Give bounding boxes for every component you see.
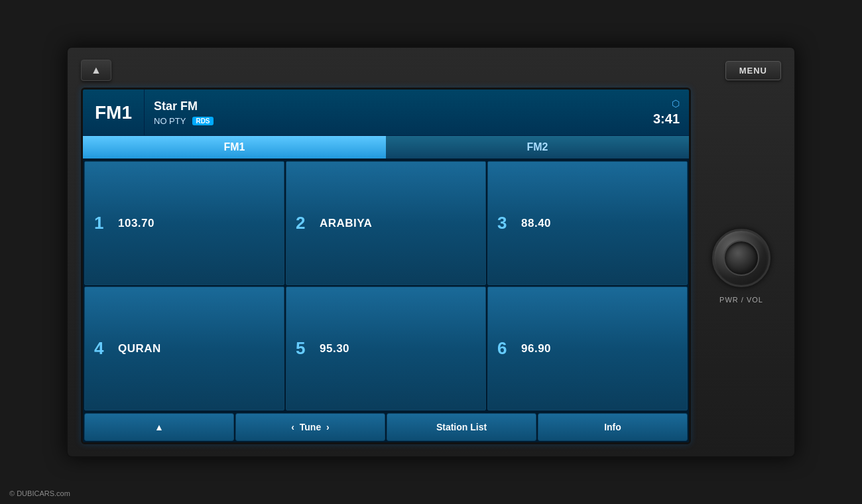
preset-6-value: 96.90 <box>521 342 551 355</box>
pwr-vol-label: PWR / VOL <box>719 296 763 304</box>
bottom-controls: ▲ ‹ Tune › Station List Info <box>83 412 689 442</box>
preset-2[interactable]: 2 ARABIYA <box>286 161 486 285</box>
pty-row: NO PTY RDS <box>154 116 635 126</box>
preset-3[interactable]: 3 88.40 <box>487 161 688 285</box>
station-info: Star FM NO PTY RDS <box>145 90 644 135</box>
tab-fm2[interactable]: FM2 <box>386 136 689 158</box>
preset-4-value: QURAN <box>118 342 161 355</box>
preset-3-value: 88.40 <box>521 217 551 230</box>
tune-button[interactable]: ‹ Tune › <box>235 413 385 441</box>
band-tabs: FM1 FM2 <box>83 136 689 160</box>
station-name: Star FM <box>154 99 635 113</box>
main-area: FM1 Star FM NO PTY RDS ⬡ 3:41 FM1 FM2 <box>81 88 781 444</box>
preset-4-number: 4 <box>94 338 110 359</box>
knob-inner <box>723 240 759 276</box>
tab-fm1[interactable]: FM1 <box>83 136 386 158</box>
preset-2-value: ARABIYA <box>320 217 372 230</box>
top-bar: ▲ MENU <box>81 60 781 81</box>
preset-1-value: 103.70 <box>118 217 154 230</box>
fm-band-label: FM1 <box>83 90 145 135</box>
bluetooth-icon: ⬡ <box>672 98 680 109</box>
eject-button[interactable]: ▲ <box>81 60 111 81</box>
knob-container[interactable] <box>711 228 771 288</box>
preset-1-number: 1 <box>94 213 110 233</box>
preset-4[interactable]: 4 QURAN <box>84 286 284 410</box>
rds-badge: RDS <box>192 117 213 125</box>
header-right: ⬡ 3:41 <box>644 90 689 135</box>
preset-5-number: 5 <box>296 338 312 359</box>
volume-knob[interactable] <box>712 229 770 287</box>
preset-6[interactable]: 6 96.90 <box>487 286 688 410</box>
preset-2-number: 2 <box>296 213 312 233</box>
presets-grid: 1 103.70 2 ARABIYA 3 88.40 4 QURAN 5 9 <box>83 160 689 412</box>
screen-header: FM1 Star FM NO PTY RDS ⬡ 3:41 <box>83 90 689 136</box>
display-screen: FM1 Star FM NO PTY RDS ⬡ 3:41 FM1 FM2 <box>81 88 691 444</box>
watermark: © DUBICARS.com <box>9 489 70 497</box>
time-display: 3:41 <box>653 111 680 127</box>
up-button[interactable]: ▲ <box>84 413 234 441</box>
preset-5[interactable]: 5 95.30 <box>286 286 486 410</box>
preset-1[interactable]: 1 103.70 <box>84 161 284 285</box>
pty-label: NO PTY <box>154 116 186 126</box>
menu-button[interactable]: MENU <box>725 61 781 80</box>
preset-3-number: 3 <box>497 213 513 233</box>
head-unit: ▲ MENU FM1 Star FM NO PTY RDS ⬡ 3:41 <box>66 46 796 458</box>
info-button[interactable]: Info <box>538 413 688 441</box>
station-list-button[interactable]: Station List <box>387 413 536 441</box>
preset-5-value: 95.30 <box>320 342 349 355</box>
right-panel: PWR / VOL <box>702 88 781 444</box>
preset-6-number: 6 <box>497 338 513 359</box>
